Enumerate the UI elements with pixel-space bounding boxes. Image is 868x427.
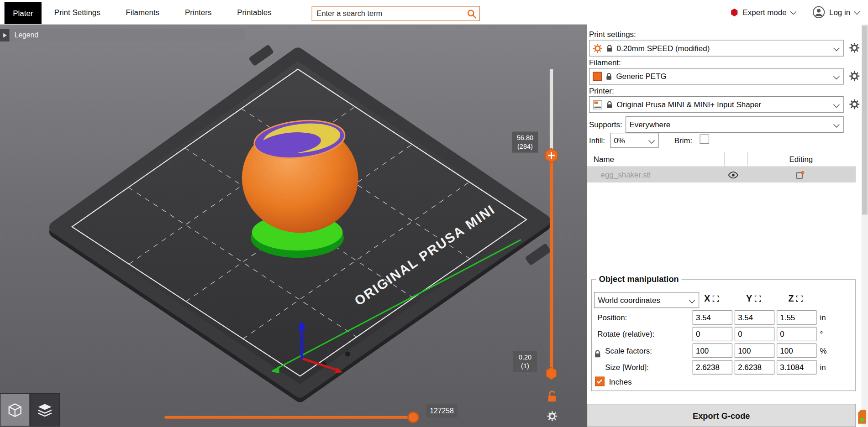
move-slider-badge: 127258 — [426, 404, 458, 417]
layer-slider-upper-handle[interactable] — [544, 148, 559, 163]
chevron-down-icon — [833, 45, 840, 52]
size-y-input[interactable] — [735, 360, 774, 375]
move-slider-handle[interactable] — [407, 411, 419, 423]
axis-x-label: X — [704, 294, 710, 304]
layer-slider-track-lower[interactable] — [550, 156, 553, 374]
export-to-sd-icon[interactable] — [857, 409, 868, 424]
axis-box-icon[interactable] — [796, 295, 803, 302]
legend-expand-icon[interactable] — [0, 29, 10, 42]
viewport-3d[interactable]: ORIGINAL PRUSA MINI Legend — [0, 24, 587, 427]
tab-printables[interactable]: Printables — [237, 8, 271, 16]
brim-checkbox[interactable] — [700, 135, 709, 144]
rotate-y-input[interactable] — [735, 327, 774, 342]
export-gcode-label: Export G-code — [693, 411, 750, 420]
printer-icon — [593, 100, 602, 109]
position-unit: in — [820, 313, 826, 322]
infill-combo[interactable]: 0% — [610, 133, 659, 148]
size-unit: in — [820, 363, 826, 371]
eye-icon[interactable] — [728, 172, 738, 179]
search-icon[interactable] — [467, 9, 477, 19]
layer-slider-lower-handle[interactable] — [545, 367, 558, 380]
sidebar-scrollbar[interactable] — [861, 24, 868, 427]
chevron-down-icon — [833, 121, 840, 128]
position-y-input[interactable] — [735, 310, 774, 325]
size-x-input[interactable] — [693, 360, 732, 375]
filament-gear-button[interactable] — [849, 71, 860, 81]
object-name: egg_shaker.stl — [600, 170, 650, 179]
expert-mode-icon — [731, 8, 738, 16]
axis-box-icon[interactable] — [712, 295, 719, 302]
tab-plater[interactable]: Plater — [5, 2, 42, 24]
layer-slider-track-upper[interactable] — [550, 69, 553, 156]
inches-checkbox[interactable] — [595, 377, 605, 386]
search-input[interactable] — [316, 10, 467, 18]
scrollbar-thumb[interactable] — [862, 26, 868, 215]
mode-select[interactable]: Expert mode — [731, 8, 795, 16]
object-list-header: Name Editing — [587, 152, 856, 167]
filament-combo[interactable]: Generic PETG — [589, 68, 844, 84]
topbar-right: Expert mode Log in — [731, 0, 859, 24]
move-slider-track[interactable] — [164, 416, 419, 419]
layer-top-index: (284) — [513, 142, 537, 151]
object-settings-icon[interactable] — [795, 170, 805, 180]
printer-value: Original Prusa MINI & MINI+ Input Shaper — [617, 100, 762, 109]
tab-print-settings[interactable]: Print Settings — [54, 8, 100, 16]
view-3d-editor-button[interactable] — [0, 393, 30, 427]
layer-bottom-index: (1) — [514, 362, 536, 371]
position-label: Position: — [597, 313, 627, 322]
scale-z-input[interactable] — [777, 344, 816, 358]
chevron-down-icon — [833, 73, 840, 79]
print-settings-label: Print settings: — [589, 30, 636, 38]
export-gcode-button[interactable]: Export G-code — [587, 404, 856, 427]
login-label: Log in — [829, 8, 850, 16]
tab-filaments[interactable]: Filaments — [126, 8, 160, 16]
top-bar: Plater Print Settings Filaments Printers… — [0, 0, 868, 24]
print-settings-combo[interactable]: 0.20mm SPEED (modified) — [589, 40, 844, 56]
infill-label: Infill: — [589, 136, 605, 145]
filament-color-swatch — [593, 72, 601, 81]
position-x-input[interactable] — [693, 310, 732, 325]
unlock-icon[interactable] — [546, 391, 558, 403]
bed-tab — [525, 243, 551, 266]
axis-y-label: Y — [746, 294, 752, 304]
name-column-header: Name — [594, 155, 614, 163]
lock-icon — [605, 72, 613, 80]
scene-canvas: ORIGINAL PRUSA MINI — [0, 24, 587, 427]
supports-label: Supports: — [589, 120, 622, 129]
editing-column-header: Editing — [776, 155, 827, 163]
rotate-x-input[interactable] — [693, 327, 732, 342]
scale-y-input[interactable] — [735, 344, 774, 358]
rotate-z-input[interactable] — [777, 327, 816, 342]
axis-header-y: Y — [746, 294, 761, 304]
axis-header-z: Z — [788, 294, 802, 304]
tab-printers[interactable]: Printers — [185, 8, 211, 16]
printer-gear-button[interactable] — [849, 99, 860, 109]
slider-gear-icon[interactable] — [547, 411, 558, 422]
object-list-row[interactable]: egg_shaker.stl — [587, 167, 856, 182]
chevron-down-icon — [689, 297, 695, 303]
position-z-input[interactable] — [777, 310, 816, 325]
login-control[interactable]: Log in — [812, 5, 859, 19]
printer-combo[interactable]: Original Prusa MINI & MINI+ Input Shaper — [589, 96, 844, 113]
scale-x-input[interactable] — [693, 344, 732, 358]
view-preview-button[interactable] — [30, 393, 59, 427]
size-z-input[interactable] — [777, 360, 816, 375]
rotate-unit: ° — [820, 330, 823, 338]
uniform-scale-lock-icon[interactable] — [594, 349, 602, 358]
lock-icon — [605, 44, 613, 52]
print-settings-gear-button[interactable] — [849, 42, 860, 53]
axis-box-icon[interactable] — [754, 295, 761, 302]
model-egg-shaker[interactable] — [242, 116, 358, 258]
app-window: Plater Print Settings Filaments Printers… — [0, 0, 868, 427]
chevron-down-icon — [854, 8, 860, 15]
legend-bar[interactable]: Legend — [0, 29, 245, 42]
chevron-down-icon — [833, 101, 840, 108]
axis-header-x: X — [704, 294, 719, 304]
cube-icon — [6, 401, 24, 419]
coordinates-combo[interactable]: World coordinates — [594, 292, 699, 308]
supports-combo[interactable]: Everywhere — [626, 116, 844, 133]
bed-tab — [248, 44, 274, 66]
inches-label: Inches — [609, 377, 632, 386]
chevron-down-icon — [648, 137, 655, 144]
main-tabs: Print Settings Filaments Printers Printa… — [54, 0, 272, 24]
